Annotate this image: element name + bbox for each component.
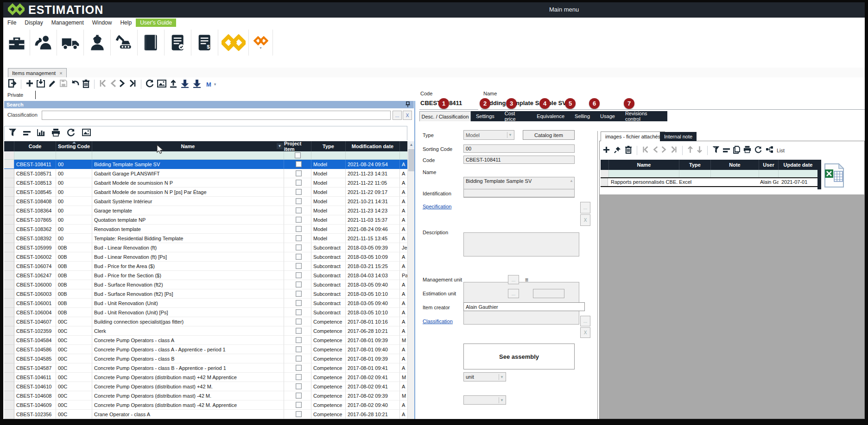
menu-users-guide[interactable]: User's Guide <box>136 19 176 27</box>
project-item-checkbox[interactable] <box>296 180 302 186</box>
identification-input[interactable] <box>463 189 575 197</box>
table-row[interactable]: CBEST-104611 00C Concrete Pump Operators… <box>4 373 407 382</box>
project-item-checkbox[interactable] <box>296 346 302 352</box>
table-row[interactable]: CBEST-108392 00 Template: Residential Bi… <box>4 234 407 243</box>
project-item-checkbox[interactable] <box>296 319 302 325</box>
row-selector[interactable] <box>4 373 14 382</box>
row-selector[interactable] <box>4 410 14 419</box>
chevron-down-icon[interactable]: ▾ <box>214 82 216 87</box>
row-selector[interactable] <box>4 197 14 206</box>
mode-m-button[interactable]: M <box>206 81 211 88</box>
truck-button[interactable] <box>57 30 84 56</box>
row-selector[interactable] <box>4 354 14 363</box>
row-selector[interactable] <box>4 345 14 354</box>
code-input[interactable]: CBEST-108411 <box>463 156 575 164</box>
project-item-checkbox[interactable] <box>296 356 302 362</box>
scroll-up-icon[interactable]: ▲ <box>570 179 573 183</box>
project-item-checkbox[interactable] <box>296 226 302 232</box>
add-icon[interactable] <box>602 146 610 156</box>
edit-icon[interactable] <box>48 79 57 90</box>
project-item-checkbox[interactable] <box>296 235 302 241</box>
table-row[interactable]: CBEST-104586 00C Concrete Pump Operators… <box>4 345 407 354</box>
view-mode-label[interactable]: List <box>777 148 785 153</box>
header-name[interactable]: Name▼ <box>92 141 284 151</box>
move-down-icon[interactable] <box>697 146 703 155</box>
specification-textarea[interactable] <box>463 232 579 256</box>
sorting-code-input[interactable]: 00 <box>463 144 575 153</box>
specification-browse-button[interactable]: ... <box>580 202 590 213</box>
tab-desc-classification[interactable]: Desc. / Classification <box>419 111 471 121</box>
row-selector[interactable] <box>4 280 14 289</box>
first-record-icon[interactable] <box>99 79 107 89</box>
row-selector[interactable] <box>4 188 14 197</box>
catalog-button[interactable] <box>138 30 165 56</box>
close-icon[interactable]: × <box>59 70 62 76</box>
delete-icon[interactable] <box>625 145 632 156</box>
menu-management[interactable]: Management <box>47 19 88 27</box>
previous-record-icon[interactable] <box>110 79 116 89</box>
see-assembly-button[interactable]: See assembly <box>463 344 575 369</box>
row-selector[interactable] <box>4 169 14 178</box>
project-item-checkbox[interactable] <box>296 161 302 167</box>
project-item-checkbox[interactable] <box>296 365 302 371</box>
search-panel-header[interactable]: Search <box>4 101 414 108</box>
table-row[interactable]: CBEST-106004 00B Bud - Unit Renovation (… <box>4 308 407 317</box>
table-row[interactable]: CBEST-106000 00B Bud - Surface Renovatio… <box>4 280 407 289</box>
row-selector[interactable] <box>601 178 608 186</box>
refresh-icon[interactable] <box>754 146 762 156</box>
import-icon[interactable] <box>37 79 45 90</box>
project-item-checkbox[interactable] <box>296 291 302 297</box>
row-selector[interactable] <box>4 160 14 169</box>
project-item-checkbox[interactable] <box>296 272 302 278</box>
row-selector[interactable] <box>4 178 14 188</box>
header-name[interactable]: Name <box>609 160 679 170</box>
filter-icon[interactable] <box>712 146 720 156</box>
table-row[interactable]: CBEST-108408 00 Gabarit Système Intérieu… <box>4 197 407 206</box>
column-filter-icon[interactable]: ▼ <box>277 143 283 149</box>
table-row[interactable]: CBEST-105999 00B Bud - Linear Renovation… <box>4 243 407 252</box>
document-check-button[interactable] <box>165 30 191 56</box>
project-item-checkbox[interactable] <box>296 207 302 213</box>
row-selector[interactable] <box>4 262 14 271</box>
project-item-checkbox[interactable] <box>296 337 302 343</box>
menu-file[interactable]: File <box>3 19 20 27</box>
table-row[interactable]: CBEST-102356 00C Crane Operator - class … <box>4 410 407 419</box>
row-selector[interactable] <box>4 336 14 345</box>
row-selector[interactable] <box>4 326 14 336</box>
specification-link[interactable]: Specification <box>423 204 451 209</box>
tab-internal-note[interactable]: Internal note <box>660 132 697 141</box>
table-row[interactable]: CBEST-107865 00 Quotation template NP Mo… <box>4 215 407 225</box>
clients-button[interactable] <box>30 30 57 56</box>
copy-icon[interactable] <box>733 146 740 156</box>
scroll-up-icon[interactable]: ▲ <box>408 141 415 148</box>
undo-icon[interactable] <box>70 79 79 89</box>
header-code[interactable]: Code <box>14 141 56 151</box>
first-record-icon[interactable] <box>642 146 649 155</box>
download-icon[interactable] <box>180 79 190 90</box>
move-up-icon[interactable] <box>687 146 693 155</box>
next-record-icon[interactable] <box>661 146 667 155</box>
tab-selling[interactable]: Selling <box>570 113 595 119</box>
tab-private[interactable]: Private <box>7 92 23 98</box>
worker-button[interactable] <box>84 30 111 56</box>
items-filter-row[interactable] <box>4 151 407 160</box>
brand-gold-button[interactable] <box>218 30 249 56</box>
header-update-date[interactable]: Update date <box>779 160 817 170</box>
tree-view-icon[interactable] <box>766 146 773 155</box>
table-row[interactable]: CBEST-106001 00B Bud - Unit Renovation (… <box>4 299 407 308</box>
print-icon[interactable] <box>743 146 751 155</box>
table-row[interactable]: CBEST-104607 00C Building connection spe… <box>4 317 407 326</box>
project-item-checkbox[interactable] <box>296 411 302 417</box>
table-row[interactable]: CBEST-104587 00C Concrete Pump Operators… <box>4 363 407 373</box>
tab-settings[interactable]: Settings <box>471 113 500 119</box>
row-selector[interactable] <box>4 252 14 262</box>
toolbox-button[interactable] <box>3 30 30 56</box>
image-icon[interactable] <box>82 129 91 138</box>
classification-detail-clear-button[interactable]: X <box>580 327 590 338</box>
table-row[interactable]: CBEST-108411 00 Bidding Template Sample … <box>4 160 407 169</box>
add-icon[interactable] <box>25 79 34 89</box>
refresh-icon[interactable] <box>146 79 154 90</box>
filter-checkbox[interactable] <box>295 152 301 158</box>
catalog-item-button[interactable]: Catalog item <box>523 130 575 140</box>
project-item-checkbox[interactable] <box>296 189 302 195</box>
